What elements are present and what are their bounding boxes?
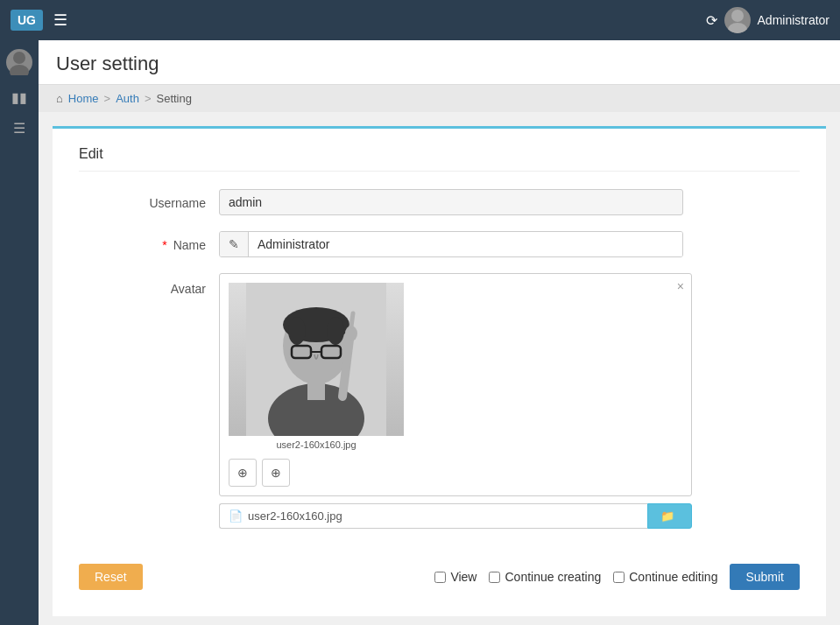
breadcrumb-auth[interactable]: Auth	[116, 92, 139, 105]
continue-editing-label: Continue editing	[629, 570, 717, 584]
navbar-left: UG ☰	[11, 10, 67, 31]
main-content: User setting ⌂ Home > Auth > Setting Edi…	[39, 40, 840, 625]
pencil-icon: ✎	[220, 232, 249, 256]
sidebar: ▮▮ ☰	[0, 40, 39, 625]
continue-editing-checkbox[interactable]	[613, 572, 625, 583]
chart-icon[interactable]: ▮▮	[11, 89, 27, 106]
avatar-row: Avatar ×	[79, 273, 800, 529]
form-section-title: Edit	[79, 146, 800, 172]
view-label: View	[450, 570, 476, 584]
close-icon[interactable]: ×	[677, 279, 684, 293]
name-label-text: Name	[173, 238, 206, 252]
view-checkbox[interactable]	[434, 572, 446, 583]
home-icon: ⌂	[56, 92, 63, 105]
breadcrumb-sep-1: >	[104, 92, 111, 105]
refresh-icon[interactable]: ⟳	[706, 12, 717, 29]
form-card: Edit Username * Name ✎ Avatar	[53, 126, 826, 616]
view-checkbox-label[interactable]: View	[434, 570, 476, 584]
breadcrumb-home[interactable]: Home	[68, 92, 99, 105]
upload-avatar-button[interactable]: ⊕	[229, 459, 257, 487]
layout: ▮▮ ☰ User setting ⌂ Home > Auth > Settin…	[0, 40, 840, 625]
admin-username-label: Administrator	[758, 13, 829, 27]
file-input-row: 📄 user2-160x160.jpg 📁	[219, 503, 692, 529]
sidebar-avatar-image	[6, 49, 32, 75]
browse-folder-icon: 📁	[660, 509, 674, 523]
page-header: User setting	[39, 40, 840, 85]
form-footer: Reset View Continue creating Continue ed…	[79, 550, 800, 590]
breadcrumb: ⌂ Home > Auth > Setting	[39, 85, 840, 112]
username-label: Username	[79, 189, 219, 210]
submit-button[interactable]: Submit	[730, 564, 800, 590]
avatar-person-svg	[246, 283, 386, 436]
name-input[interactable]	[249, 232, 682, 256]
svg-rect-13	[307, 383, 325, 400]
svg-point-0	[731, 10, 744, 22]
hamburger-icon[interactable]: ☰	[53, 11, 67, 30]
continue-creating-checkbox[interactable]	[489, 572, 500, 583]
file-input-display: 📄 user2-160x160.jpg	[219, 503, 647, 529]
svg-point-8	[288, 317, 306, 345]
continue-editing-checkbox-label[interactable]: Continue editing	[613, 570, 717, 584]
name-label: * Name	[79, 231, 219, 252]
username-row: Username	[79, 189, 800, 215]
avatar-container: ×	[219, 273, 692, 496]
browse-button[interactable]: 📁	[647, 503, 692, 529]
avatar	[724, 7, 751, 33]
name-row: * Name ✎	[79, 231, 800, 257]
breadcrumb-sep-2: >	[145, 92, 152, 105]
zoom-avatar-button[interactable]: ⊕	[262, 459, 290, 487]
navbar-right: ⟳ Administrator	[706, 7, 829, 33]
svg-point-2	[13, 52, 25, 64]
svg-point-9	[327, 317, 344, 345]
avatar-image-preview	[229, 283, 404, 436]
admin-avatar-image	[724, 7, 751, 33]
avatar-actions: ⊕ ⊕	[229, 459, 290, 487]
avatar-label: Avatar	[79, 273, 219, 296]
page-title: User setting	[56, 53, 822, 75]
breadcrumb-setting: Setting	[156, 92, 191, 105]
navbar-brand: UG	[11, 10, 43, 31]
list-icon[interactable]: ☰	[13, 120, 25, 137]
footer-right: View Continue creating Continue editing …	[434, 564, 800, 590]
svg-line-16	[351, 313, 353, 327]
file-icon: 📄	[229, 509, 243, 523]
reset-button[interactable]: Reset	[79, 564, 143, 590]
user-avatar-sidebar	[6, 49, 32, 75]
username-input	[219, 189, 683, 215]
svg-point-3	[10, 65, 29, 75]
navbar: UG ☰ ⟳ Administrator	[0, 0, 840, 40]
avatar-filename-label: user2-160x160.jpg	[229, 436, 404, 453]
name-input-group: ✎	[219, 231, 683, 257]
continue-creating-label: Continue creating	[505, 570, 601, 584]
file-name-text: user2-160x160.jpg	[248, 509, 342, 523]
required-indicator: *	[162, 238, 166, 252]
svg-point-1	[728, 23, 747, 33]
continue-creating-checkbox-label[interactable]: Continue creating	[489, 570, 601, 584]
